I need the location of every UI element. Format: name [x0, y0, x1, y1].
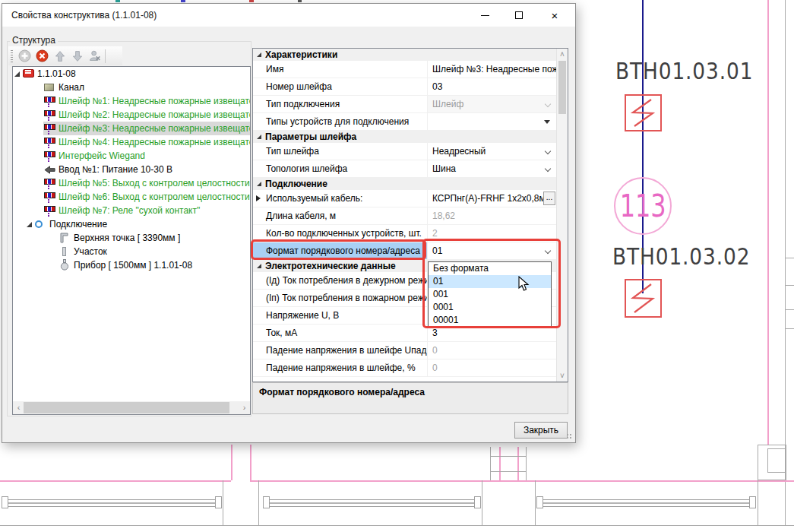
cad-column-notch — [767, 448, 786, 473]
device-icon — [23, 69, 34, 78]
category-expander-icon[interactable] — [257, 135, 261, 139]
category-expander-icon[interactable] — [257, 52, 261, 57]
tree-item-loop2[interactable]: Шлейф №2: Неадресные пожарные извещатели — [13, 108, 250, 122]
close-button[interactable]: Закрыть — [514, 422, 568, 439]
tree-item-device-node[interactable]: Прибор [ 1500мм ] 1.1.01-08 — [13, 258, 250, 272]
tree-item-loop7[interactable]: Шлейф №7: Реле "сухой контакт" — [13, 204, 250, 217]
scroll-up-icon[interactable]: ˄ — [557, 50, 568, 59]
loop-icon — [44, 204, 55, 217]
maximize-icon — [515, 11, 523, 19]
prop-row-connection-type: Тип подключения Шлейф — [253, 96, 556, 113]
loop-icon — [44, 122, 55, 135]
tree-item-wiegand[interactable]: Интерфейс Wiegand — [13, 149, 250, 163]
property-grid: Характеристики Имя Шлейф №3: Неадресные … — [252, 48, 568, 382]
detector-symbol-2 — [625, 279, 662, 318]
cad-shaft — [517, 447, 519, 480]
dropdown-arrow-icon[interactable] — [544, 120, 550, 124]
chevron-down-icon[interactable] — [545, 148, 551, 154]
prop-row-voltage-drop-pct: Падение напряжения в шлейфе, % 0 — [253, 359, 556, 377]
corner-point-icon — [59, 233, 69, 243]
toolbar-grip[interactable] — [11, 50, 13, 62]
scrollbar-thumb[interactable] — [24, 402, 229, 413]
window-cap — [474, 496, 481, 508]
title-bar[interactable]: Свойства конструктива (1.1.01-08) × — [2, 4, 575, 27]
tree-item-power-input[interactable]: Ввод №1: Питание 10-30 В — [13, 163, 250, 176]
scrollbar-thumb[interactable] — [558, 61, 566, 114]
add-button[interactable] — [16, 48, 33, 65]
window-cap — [536, 496, 543, 508]
tree-item-top-point[interactable]: Верхняя точка [ 3390мм ] — [13, 231, 250, 245]
loop-icon — [44, 109, 55, 121]
cad-door-line — [231, 445, 233, 480]
minimize-button[interactable] — [472, 4, 498, 27]
maximize-button[interactable] — [506, 4, 532, 27]
prop-value-name[interactable]: Шлейф №3: Неадресные пожарные извещатели — [428, 61, 556, 78]
tree-item-loop3-selected[interactable]: Шлейф №3: Неадресные пожарные извещатели — [13, 122, 250, 135]
category-connection[interactable]: Подключение — [253, 178, 556, 190]
prop-row-topology: Топология шлейфа Шина — [253, 160, 556, 178]
scroll-left-icon[interactable]: ‹ — [13, 401, 24, 414]
tree-item-segment[interactable]: Участок — [13, 245, 250, 258]
tree-item-root[interactable]: 1.1.01-08 — [13, 67, 250, 81]
structure-toolbar — [8, 46, 122, 65]
category-expander-icon[interactable] — [257, 182, 261, 186]
window-glass — [8, 499, 215, 500]
close-button-x[interactable]: × — [542, 4, 568, 27]
scroll-down-icon[interactable]: ˅ — [557, 372, 568, 380]
cad-pier — [482, 480, 482, 525]
window-cap — [749, 496, 756, 508]
prop-value-loop-number[interactable]: 03 — [428, 78, 556, 95]
prop-value-cable-length: 18,62 — [428, 207, 556, 224]
remove-device-button[interactable] — [86, 48, 103, 65]
scroll-right-icon[interactable]: › — [239, 401, 250, 414]
chevron-down-icon[interactable] — [545, 166, 551, 172]
cad-tick — [115, 0, 120, 2]
category-loop-params[interactable]: Параметры шлейфа — [253, 131, 556, 143]
delete-button[interactable] — [33, 48, 51, 65]
properties-dialog: Свойства конструктива (1.1.01-08) × Стру… — [2, 3, 576, 443]
tree-item-loop6[interactable]: Шлейф №6: Выход с контролем целостности … — [13, 190, 250, 204]
tree-item-loop4[interactable]: Шлейф №4: Неадресные пожарные извещатели — [13, 135, 250, 149]
tree-horizontal-scrollbar[interactable]: ‹ › — [13, 401, 250, 414]
row-expander-icon[interactable] — [256, 195, 261, 201]
prop-value-device-types[interactable] — [428, 113, 556, 130]
prop-value-cable[interactable]: КСРПнг(А)-FRHF 1x2x0,8мм... — [428, 190, 556, 207]
delete-icon — [36, 49, 49, 62]
annotation-rect-label — [251, 239, 426, 260]
category-expander-icon[interactable] — [257, 264, 261, 268]
ellipsis-button[interactable]: ... — [543, 192, 555, 205]
cad-wall-line — [785, 328, 794, 329]
cad-shaft — [490, 447, 491, 480]
category-characteristics[interactable]: Характеристики — [253, 49, 556, 61]
device-pin-icon — [59, 259, 70, 271]
tree-item-connection[interactable]: Подключение — [13, 217, 250, 231]
window-glass — [543, 506, 749, 507]
expander-icon[interactable] — [14, 71, 20, 77]
tree-item-channel[interactable]: Канал — [13, 81, 250, 94]
resize-grip[interactable] — [566, 433, 573, 440]
move-down-icon — [71, 50, 84, 62]
window-glass — [270, 502, 474, 504]
window-cap — [2, 496, 8, 508]
prop-value-topology[interactable]: Шина — [428, 160, 556, 177]
window-glass — [8, 502, 215, 504]
window-glass — [270, 506, 474, 507]
chevron-down-icon — [545, 101, 551, 107]
prop-row-name: Имя Шлейф №3: Неадресные пожарные извеща… — [253, 61, 556, 78]
structure-tree[interactable]: 1.1.01-08 Канал Шлейф №1: Неадресные пож… — [12, 66, 251, 415]
remove-device-icon — [88, 49, 101, 62]
add-icon — [18, 49, 31, 62]
tree-item-loop5[interactable]: Шлейф №5: Выход с контролем целостности … — [13, 176, 250, 190]
grid-vertical-scrollbar[interactable]: ˄ ˅ — [556, 49, 568, 382]
move-up-button[interactable] — [51, 48, 68, 65]
expander-icon[interactable] — [27, 222, 32, 227]
prop-value-loop-type[interactable]: Неадресный — [428, 143, 556, 160]
prop-row-loop-type: Тип шлейфа Неадресный — [253, 143, 556, 160]
move-down-button[interactable] — [68, 48, 86, 65]
cad-wall-line — [785, 285, 794, 286]
minimize-icon — [481, 15, 489, 16]
cad-pier — [223, 480, 223, 525]
cad-pier — [258, 480, 259, 525]
arrow-left-icon — [44, 165, 55, 175]
tree-item-loop1[interactable]: Шлейф №1: Неадресные пожарные извещатели — [13, 94, 250, 108]
